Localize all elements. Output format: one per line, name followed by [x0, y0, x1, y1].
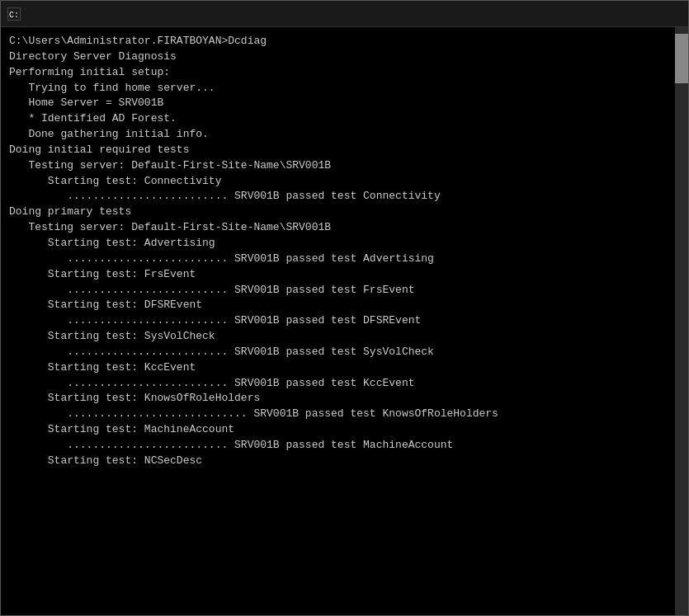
console-line: Performing initial setup:	[9, 65, 680, 81]
console-line: Testing server: Default-First-Site-Name\…	[9, 220, 680, 236]
console-line: Testing server: Default-First-Site-Name\…	[9, 158, 680, 174]
console-line: ......................... SRV001B passed…	[9, 345, 680, 360]
console-line: Starting test: SysVolCheck	[9, 329, 680, 345]
close-button[interactable]	[644, 1, 682, 27]
console-lines: Directory Server DiagnosisPerforming ini…	[9, 49, 680, 469]
console-line: ......................... SRV001B passed…	[9, 313, 680, 329]
console-line: ......................... SRV001B passed…	[9, 283, 680, 299]
console-line: Done gathering initial info.	[9, 127, 680, 143]
console-line: ......................... SRV001B passed…	[9, 252, 680, 267]
console-line: Starting test: MachineAccount	[9, 422, 680, 438]
console-line: ......................... SRV001B passed…	[9, 376, 680, 392]
console-line: Home Server = SRV001B	[9, 96, 680, 111]
window-controls	[568, 1, 682, 27]
console-line: Starting test: NCSecDesc	[9, 454, 680, 469]
console-line: Starting test: DFSREvent	[9, 298, 680, 313]
console-line: Starting test: Advertising	[9, 236, 680, 252]
console-line: Starting test: KccEvent	[9, 360, 680, 376]
console-line: Starting test: KnowsOfRoleHolders	[9, 391, 680, 407]
scrollbar[interactable]	[675, 27, 688, 615]
svg-text:C:: C:	[9, 11, 19, 20]
minimize-button[interactable]	[568, 1, 606, 27]
console-line: ......................... SRV001B passed…	[9, 438, 680, 454]
title-bar: C:	[1, 1, 688, 27]
console-line: * Identified AD Forest.	[9, 111, 680, 127]
scrollbar-thumb[interactable]	[675, 34, 688, 83]
cmd-icon: C:	[7, 7, 21, 21]
console-line: Directory Server Diagnosis	[9, 49, 680, 65]
prompt-line: C:\Users\Administrator.FIRATBOYAN>Dcdiag	[9, 34, 680, 49]
cmd-window: C: C:\Users\Administrator.FIRATBOYAN>Dcd…	[0, 0, 689, 616]
maximize-button[interactable]	[606, 1, 644, 27]
console-line: ......................... SRV001B passed…	[9, 189, 680, 205]
console-line: Starting test: FrsEvent	[9, 267, 680, 283]
console-line: Starting test: Connectivity	[9, 174, 680, 190]
console-line: Doing primary tests	[9, 205, 680, 220]
console-line: Trying to find home server...	[9, 81, 680, 96]
console-line: ............................ SRV001B pas…	[9, 407, 680, 422]
console-output: C:\Users\Administrator.FIRATBOYAN>Dcdiag…	[1, 27, 688, 615]
console-line: Doing initial required tests	[9, 143, 680, 158]
